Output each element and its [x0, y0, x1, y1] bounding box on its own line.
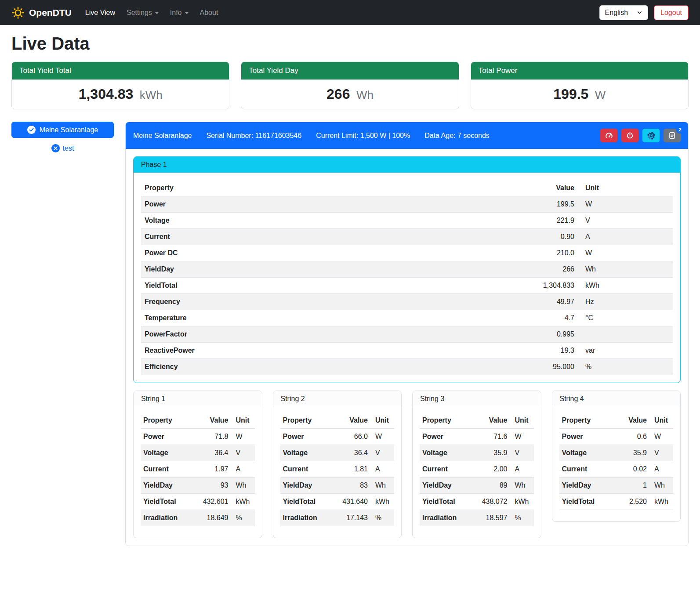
property-cell: YieldTotal	[141, 278, 511, 294]
property-cell: Voltage	[141, 445, 192, 461]
value-cell: 49.97	[511, 294, 578, 310]
inverter-panel-header: Meine Solaranlage Serial Number: 1161716…	[126, 122, 688, 149]
chevron-down-icon	[155, 12, 159, 14]
value-cell: 0.90	[511, 229, 578, 245]
summary-card-body: 199.5 W	[471, 80, 688, 109]
property-cell: YieldDay	[141, 478, 192, 494]
inverter-panel: Meine Solaranlage Serial Number: 1161716…	[125, 122, 689, 546]
table-row: Voltage36.4V	[141, 445, 255, 461]
table-row: YieldTotal2.520kWh	[559, 494, 674, 510]
chevron-down-icon	[185, 12, 189, 14]
value-cell: 17.143	[331, 510, 370, 526]
total-yield-total-card: Total Yield Total 1,304.83 kWh	[11, 62, 229, 109]
unit-cell: V	[578, 213, 673, 229]
x-circle-icon	[51, 144, 60, 152]
property-column-header: Property	[280, 412, 331, 429]
limit-settings-button[interactable]	[600, 129, 617, 142]
nav-item-settings[interactable]: Settings	[121, 5, 164, 20]
power-toggle-button[interactable]	[621, 129, 638, 142]
property-cell: YieldTotal	[280, 494, 331, 510]
summary-card-body: 266 Wh	[241, 80, 458, 109]
brand-link[interactable]: OpenDTU	[11, 6, 72, 19]
unit-cell: W	[231, 429, 255, 445]
unit-cell: A	[370, 461, 394, 478]
value-cell: 0.02	[610, 461, 649, 478]
string-2-card: String 2 Property Value Unit	[273, 391, 402, 538]
value-cell: 93	[192, 478, 231, 494]
language-select[interactable]: English	[599, 5, 648, 20]
value-cell: 18.649	[192, 510, 231, 526]
inverter-data-age: Data Age: 7 seconds	[424, 132, 490, 140]
property-cell: YieldDay	[559, 478, 610, 494]
inverter-name: Meine Solaranlage	[133, 132, 192, 140]
value-cell: 66.0	[331, 429, 370, 445]
property-cell: YieldDay	[141, 261, 511, 278]
value-cell: 35.9	[610, 445, 649, 461]
unit-cell: %	[370, 510, 394, 526]
value-cell: 1	[610, 478, 649, 494]
unit-cell: Wh	[578, 261, 673, 278]
nav-item-label: Settings	[127, 9, 152, 17]
property-cell: YieldDay	[280, 478, 331, 494]
value-column-header: Value	[511, 180, 578, 196]
inverter-current-limit: Current Limit: 1,500 W | 100%	[316, 132, 410, 140]
nav-item-info[interactable]: Info	[164, 5, 194, 20]
inverter-test-label: test	[63, 145, 74, 152]
event-log-button[interactable]: 2	[664, 129, 681, 142]
string-3-card: String 3 Property Value Unit	[412, 391, 541, 538]
nav-item-live-view[interactable]: Live View	[80, 5, 121, 20]
summary-unit: W	[595, 88, 606, 101]
nav-item-about[interactable]: About	[194, 5, 224, 20]
unit-cell: %	[578, 359, 673, 375]
chevron-down-icon	[637, 10, 642, 15]
summary-card-title: Total Power	[471, 62, 688, 80]
table-row: Current1.81A	[280, 461, 395, 478]
table-row: YieldDay93Wh	[141, 478, 255, 494]
table-row: YieldDay266Wh	[141, 261, 673, 278]
table-header-row: Property Value Unit	[141, 412, 255, 429]
table-row: Current0.02A	[559, 461, 674, 478]
unit-column-header: Unit	[510, 412, 534, 429]
value-cell: 0.995	[511, 326, 578, 343]
string-table: Property Value Unit Power66.0WVoltage36.…	[280, 412, 395, 526]
unit-column-header: Unit	[578, 180, 673, 196]
property-cell: PowerFactor	[141, 326, 511, 343]
value-cell: 71.8	[192, 429, 231, 445]
logout-button[interactable]: Logout	[654, 5, 689, 20]
value-cell: 71.6	[471, 429, 510, 445]
table-row: YieldDay1Wh	[559, 478, 674, 494]
table-row: Efficiency95.000%	[141, 359, 673, 375]
phase-card: Phase 1 Property Value Unit Power199.5WV…	[133, 156, 681, 383]
value-cell: 18.597	[471, 510, 510, 526]
table-row: Irradiation17.143%	[280, 510, 395, 526]
inverter-test-link[interactable]: test	[11, 144, 114, 152]
unit-column-header: Unit	[649, 412, 673, 429]
navbar-right: English Logout	[599, 5, 689, 20]
total-yield-day-card: Total Yield Day 266 Wh	[241, 62, 459, 109]
value-cell: 0.6	[610, 429, 649, 445]
string-card-title: String 4	[552, 391, 681, 407]
table-row: YieldTotal1,304.833kWh	[141, 278, 673, 294]
property-cell: Current	[280, 461, 331, 478]
phase-card-title: Phase 1	[134, 157, 680, 173]
property-cell: Voltage	[280, 445, 331, 461]
phase-card-body: Property Value Unit Power199.5WVoltage22…	[134, 173, 680, 383]
page-content: Live Data Total Yield Total 1,304.83 kWh…	[0, 34, 700, 557]
gauge-icon	[605, 132, 613, 140]
property-cell: Power	[559, 429, 610, 445]
table-row: YieldTotal431.640kWh	[280, 494, 395, 510]
value-cell: 95.000	[511, 359, 578, 375]
unit-cell: %	[231, 510, 255, 526]
nav-item-label: Info	[170, 9, 182, 17]
string-card-body: Property Value Unit Power71.6WVoltage35.…	[413, 407, 541, 538]
inverter-select-button[interactable]: Meine Solaranlage	[11, 122, 114, 138]
device-info-button[interactable]	[642, 129, 660, 142]
string-cards: String 1 Property Value Unit	[133, 391, 681, 538]
property-cell: Efficiency	[141, 359, 511, 375]
value-cell: 210.0	[511, 245, 578, 261]
cpu-icon	[647, 132, 655, 140]
unit-cell: Wh	[649, 478, 673, 494]
summary-card-title: Total Yield Total	[12, 62, 229, 80]
string-card-body: Property Value Unit Power66.0WVoltage36.…	[273, 407, 402, 538]
property-cell: Current	[141, 229, 511, 245]
